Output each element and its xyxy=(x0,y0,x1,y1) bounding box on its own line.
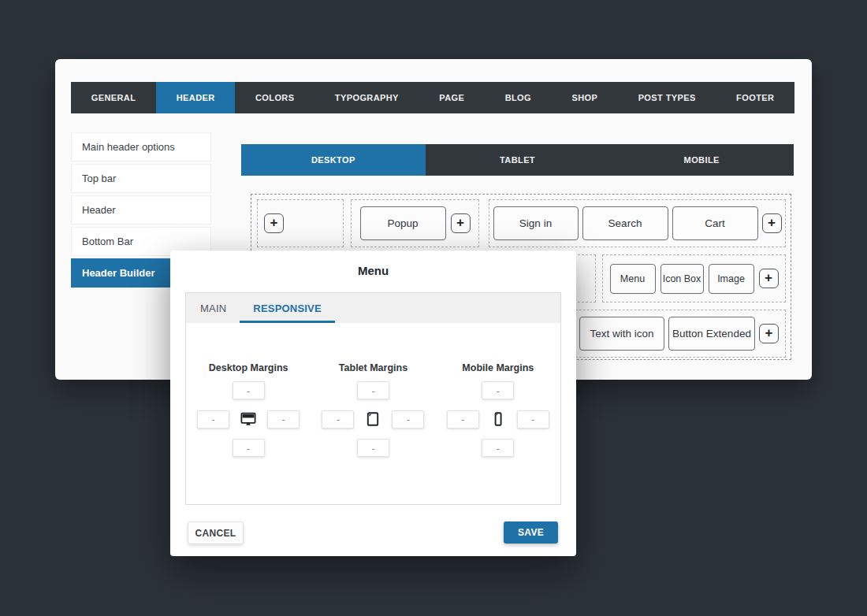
modal-tab-responsive[interactable]: RESPONSIVE xyxy=(240,293,335,323)
builder-row1-section-right: Sign in Search Cart + xyxy=(489,199,786,247)
mobile-margin-right-input[interactable] xyxy=(517,410,549,429)
tab-footer[interactable]: FOOTER xyxy=(716,82,794,113)
save-button[interactable]: SAVE xyxy=(504,521,558,544)
add-element-button[interactable]: + xyxy=(759,324,779,343)
tab-blog[interactable]: BLOG xyxy=(485,82,552,113)
element-search[interactable]: Search xyxy=(582,206,668,240)
device-tab-mobile[interactable]: MOBILE xyxy=(609,144,794,176)
device-tab-tablet[interactable]: TABLET xyxy=(426,144,610,176)
sidebar-item-top-bar[interactable]: Top bar xyxy=(71,164,211,193)
tablet-icon xyxy=(363,410,382,429)
tablet-margin-right-input[interactable] xyxy=(392,410,424,429)
mobile-margins-group: Mobile Margins xyxy=(436,362,560,457)
element-cart[interactable]: Cart xyxy=(672,206,758,240)
tab-shop[interactable]: SHOP xyxy=(552,82,618,113)
desktop-margin-top-input[interactable] xyxy=(233,381,265,399)
desktop-margin-left-input[interactable] xyxy=(197,410,229,429)
modal-title: Menu xyxy=(170,264,576,277)
element-text-with-icon[interactable]: Text with icon xyxy=(579,317,664,351)
tab-header[interactable]: HEADER xyxy=(156,82,235,113)
top-nav: GENERAL HEADER COLORS TYPOGRAPHY PAGE BL… xyxy=(71,82,794,113)
mobile-margin-top-input[interactable] xyxy=(482,381,514,399)
group-label: Desktop Margins xyxy=(209,362,288,373)
tablet-margins-group: Tablet Margins xyxy=(311,362,435,457)
tab-typography[interactable]: TYPOGRAPHY xyxy=(314,82,419,113)
desktop-margin-right-input[interactable] xyxy=(267,410,300,429)
add-element-button[interactable]: + xyxy=(759,269,779,288)
monitor-icon xyxy=(239,410,258,429)
desktop-margin-bottom-input[interactable] xyxy=(233,439,265,457)
desktop-margins-group: Desktop Margins xyxy=(186,362,311,457)
sidebar-item-header[interactable]: Header xyxy=(71,195,211,225)
page-background: GENERAL HEADER COLORS TYPOGRAPHY PAGE BL… xyxy=(0,0,867,616)
phone-icon xyxy=(489,410,508,429)
builder-row1-section-left: + xyxy=(257,199,344,247)
element-sign-in[interactable]: Sign in xyxy=(493,206,579,240)
add-element-button[interactable]: + xyxy=(762,213,782,233)
add-element-button[interactable]: + xyxy=(264,213,284,233)
device-tabs: DESKTOP TABLET MOBILE xyxy=(241,144,794,176)
modal-tab-main[interactable]: MAIN xyxy=(187,293,240,323)
tab-post-types[interactable]: POST TYPES xyxy=(618,82,716,113)
tab-colors[interactable]: COLORS xyxy=(235,82,314,113)
mobile-margin-left-input[interactable] xyxy=(447,410,479,429)
element-image[interactable]: Image xyxy=(709,264,754,294)
tab-page[interactable]: PAGE xyxy=(419,82,485,113)
menu-settings-modal: Menu MAIN RESPONSIVE Desktop Margins xyxy=(170,250,576,556)
element-menu[interactable]: Menu xyxy=(610,264,656,294)
builder-row1-section-center: Popup + xyxy=(351,199,479,247)
mobile-margin-bottom-input[interactable] xyxy=(482,439,514,457)
element-popup[interactable]: Popup xyxy=(360,206,446,240)
tablet-margin-bottom-input[interactable] xyxy=(357,439,389,457)
cancel-button[interactable]: CANCEL xyxy=(188,521,244,544)
add-element-button[interactable]: + xyxy=(451,213,471,233)
margins-groups: Desktop Margins xyxy=(186,362,560,457)
sidebar-item-main-header-options[interactable]: Main header options xyxy=(71,132,211,161)
device-tab-desktop[interactable]: DESKTOP xyxy=(241,144,426,176)
element-button-extended[interactable]: Button Extended xyxy=(668,317,755,351)
builder-row2-section-right: Menu Icon Box Image + xyxy=(602,254,786,302)
modal-tab-panel: MAIN RESPONSIVE Desktop Margins xyxy=(185,292,561,505)
group-label: Tablet Margins xyxy=(339,362,407,373)
modal-tab-bar: MAIN RESPONSIVE xyxy=(186,293,560,323)
element-icon-box[interactable]: Icon Box xyxy=(660,264,704,294)
group-label: Mobile Margins xyxy=(462,362,534,373)
tablet-margin-top-input[interactable] xyxy=(357,381,389,399)
tab-general[interactable]: GENERAL xyxy=(71,82,156,113)
tablet-margin-left-input[interactable] xyxy=(322,410,354,429)
